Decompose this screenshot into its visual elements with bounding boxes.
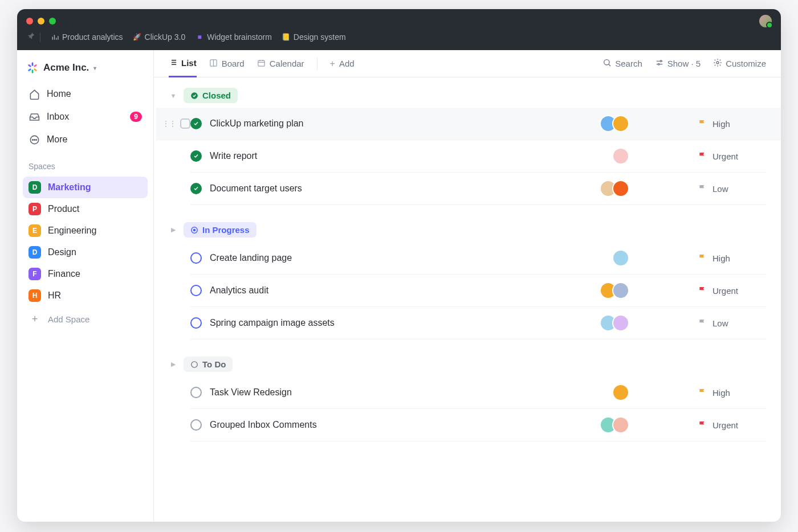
svg-point-7 xyxy=(660,60,662,62)
priority-cell[interactable]: Urgent xyxy=(698,286,766,296)
customize-label: Customize xyxy=(726,59,766,68)
task-status-icon[interactable] xyxy=(190,252,202,264)
search-button[interactable]: Search xyxy=(602,58,642,69)
assignee-avatar[interactable] xyxy=(612,148,629,165)
board-icon xyxy=(209,59,218,69)
maximize-window-icon[interactable] xyxy=(49,18,56,24)
grip-icon[interactable]: ⋮⋮ xyxy=(162,119,176,128)
nav-inbox[interactable]: Inbox 9 xyxy=(23,106,148,128)
task-status-icon[interactable] xyxy=(190,285,202,296)
window-controls xyxy=(26,15,772,27)
chevron-icon[interactable]: ▶ xyxy=(169,361,178,368)
titlebar: Product analytics 🚀 ClickUp 3.0 ■ Widget… xyxy=(17,9,781,50)
space-item-product[interactable]: PProduct xyxy=(23,198,148,220)
bar-chart-icon xyxy=(51,33,59,41)
assignees xyxy=(600,282,629,299)
flag-icon xyxy=(698,286,707,295)
task-title: Analytics audit xyxy=(210,285,600,296)
view-tab-list[interactable]: List xyxy=(169,50,197,77)
view-tab-label: Calendar xyxy=(270,59,304,68)
pin-icon[interactable] xyxy=(27,32,40,42)
space-item-marketing[interactable]: DMarketing xyxy=(23,177,148,198)
task-row[interactable]: Spring campaign image assets Low xyxy=(190,307,766,339)
space-label: Product xyxy=(48,204,79,214)
row-checkbox[interactable] xyxy=(180,118,190,129)
assignees xyxy=(612,249,629,267)
priority-cell[interactable]: Urgent xyxy=(698,152,766,161)
top-tab-clickup-3[interactable]: 🚀 ClickUp 3.0 xyxy=(133,32,186,42)
chevron-icon[interactable]: ▶ xyxy=(169,226,178,234)
assignee-avatar[interactable] xyxy=(612,180,629,197)
view-toolbar: List Board Calendar + Add xyxy=(154,50,781,77)
task-status-icon[interactable] xyxy=(190,317,202,329)
top-tab-design-system[interactable]: 📒 Design system xyxy=(282,32,346,42)
customize-button[interactable]: Customize xyxy=(713,58,766,69)
task-status-icon[interactable] xyxy=(190,183,202,194)
priority-label: Low xyxy=(712,184,728,194)
assignee-avatar[interactable] xyxy=(612,384,629,401)
task-title: Write report xyxy=(210,151,612,161)
space-item-design[interactable]: DDesign xyxy=(23,242,148,263)
space-item-hr[interactable]: HHR xyxy=(23,285,148,306)
nav-more[interactable]: More xyxy=(23,129,148,150)
add-view-button[interactable]: + Add xyxy=(330,50,355,77)
priority-label: Urgent xyxy=(712,152,738,161)
rocket-icon: 🚀 xyxy=(133,33,141,41)
assignee-avatar[interactable] xyxy=(612,249,629,267)
assignee-avatar[interactable] xyxy=(612,416,629,433)
workspace-switcher[interactable]: Acme Inc. ▾ xyxy=(23,57,148,82)
task-title: Spring campaign image assets xyxy=(210,318,600,328)
task-status-icon[interactable] xyxy=(190,118,202,129)
status-label: In Progress xyxy=(202,225,250,235)
svg-point-12 xyxy=(193,228,196,231)
top-tab-widget-brainstorm[interactable]: ■ Widget brainstorm xyxy=(196,32,272,42)
assignee-avatar[interactable] xyxy=(612,282,629,299)
status-pill[interactable]: In Progress xyxy=(184,222,256,238)
search-label: Search xyxy=(615,59,642,68)
priority-cell[interactable]: Low xyxy=(698,184,766,194)
assignee-avatar[interactable] xyxy=(612,314,629,332)
top-tab-product-analytics[interactable]: Product analytics xyxy=(51,32,123,42)
view-tab-board[interactable]: Board xyxy=(209,50,245,77)
task-row[interactable]: Grouped Inbox Comments Urgent xyxy=(190,409,766,441)
top-tab-label: ClickUp 3.0 xyxy=(145,32,186,42)
space-label: HR xyxy=(48,290,61,301)
status-pill[interactable]: To Do xyxy=(184,357,233,372)
minimize-window-icon[interactable] xyxy=(38,18,44,24)
gear-icon xyxy=(713,58,722,69)
task-status-icon[interactable] xyxy=(190,419,202,431)
task-status-icon[interactable] xyxy=(190,387,202,398)
add-space-button[interactable]: + Add Space xyxy=(23,308,148,331)
top-tab-label: Design system xyxy=(294,32,346,42)
top-tab-label: Widget brainstorm xyxy=(207,32,272,42)
priority-cell[interactable]: High xyxy=(698,119,766,129)
space-item-engineering[interactable]: EEngineering xyxy=(23,220,148,242)
task-row[interactable]: ⋮⋮ClickUp marketing plan High xyxy=(156,108,781,140)
toolbar-right: Search Show · 5 Customize xyxy=(602,58,766,69)
status-pill[interactable]: Closed xyxy=(184,88,238,103)
task-row[interactable]: Analytics audit Urgent xyxy=(190,275,766,307)
status-icon xyxy=(190,92,198,100)
task-group-inprogress: ▶ In Progress Create landing page High A… xyxy=(169,222,766,339)
nav-home[interactable]: Home xyxy=(23,83,148,105)
space-label: Design xyxy=(48,247,76,257)
task-status-icon[interactable] xyxy=(190,150,202,162)
priority-cell[interactable]: High xyxy=(698,253,766,263)
task-row[interactable]: Create landing page High xyxy=(190,242,766,275)
show-button[interactable]: Show · 5 xyxy=(655,58,701,69)
assignee-avatar[interactable] xyxy=(612,115,629,132)
task-row[interactable]: Task View Redesign High xyxy=(190,377,766,409)
user-avatar[interactable] xyxy=(759,15,772,27)
chevron-icon[interactable]: ▼ xyxy=(169,92,178,99)
close-window-icon[interactable] xyxy=(26,18,33,24)
space-item-finance[interactable]: FFinance xyxy=(23,263,148,285)
priority-cell[interactable]: Low xyxy=(698,318,766,328)
view-tab-label: Board xyxy=(222,59,245,68)
task-row[interactable]: Write report Urgent xyxy=(190,140,766,173)
flag-icon xyxy=(698,388,707,397)
priority-cell[interactable]: High xyxy=(698,388,766,398)
priority-cell[interactable]: Urgent xyxy=(698,420,766,430)
view-tab-calendar[interactable]: Calendar xyxy=(257,50,304,77)
sliders-icon xyxy=(655,58,664,69)
task-row[interactable]: Document target users Low xyxy=(190,173,766,205)
